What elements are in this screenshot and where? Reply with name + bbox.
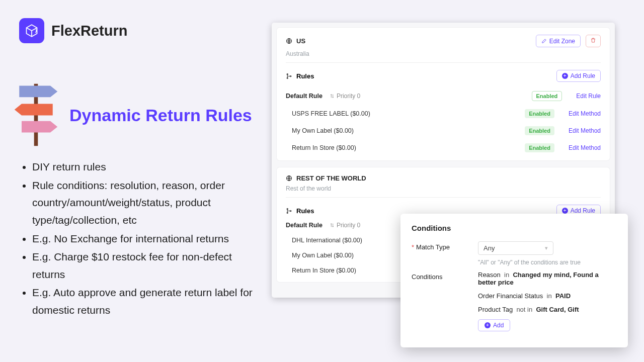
enabled-badge: Enabled: [532, 91, 562, 101]
match-type-value: Any: [484, 244, 495, 252]
zone-subtitle: Rest of the world: [286, 185, 601, 198]
zone-title: US: [296, 37, 305, 45]
rule-priority: Priority 0: [330, 222, 360, 229]
rule-method-label: Return In Store ($0.00): [292, 144, 356, 151]
branch-icon: [286, 73, 292, 79]
add-rule-label: Add Rule: [571, 72, 595, 79]
edit-rule-link[interactable]: Edit Rule: [576, 93, 601, 100]
popover-title: Conditions: [412, 224, 617, 232]
sort-icon: [330, 223, 335, 228]
condition-line: Product Tag not in Gift Card, Gift: [478, 306, 617, 313]
trash-icon: [590, 37, 596, 43]
default-rule-row: Default Rule Priority 0 Enabled Edit Rul…: [286, 87, 601, 105]
brand-name: FlexReturn: [51, 23, 127, 39]
rule-method-row: Return In Store ($0.00) Enabled Edit Met…: [286, 139, 601, 156]
plus-icon: +: [562, 208, 568, 214]
svg-point-10: [287, 212, 288, 213]
delete-zone-button[interactable]: [586, 35, 601, 47]
default-rule-label: Default Rule: [286, 93, 323, 100]
hero-bullet: E.g. Charge $10 restock fee for non-defe…: [32, 248, 264, 283]
rule-method-row: USPS FREE LABEL ($0.00) Enabled Edit Met…: [286, 105, 601, 122]
enabled-badge: Enabled: [525, 126, 554, 135]
add-condition-label: Add: [493, 322, 504, 329]
hero-bullet: DIY return rules: [32, 158, 264, 176]
hero-bullet: E.g. Auto approve and generate return la…: [32, 284, 264, 319]
conditions-label: Conditions: [412, 271, 478, 281]
rule-method-label: DHL International ($0.00): [292, 237, 362, 244]
hero: Dynamic Return Rules DIY return rules Ru…: [12, 80, 259, 125]
svg-marker-3: [22, 121, 57, 133]
rule-method-row: My Own Label ($0.00) Enabled Edit Method: [286, 122, 601, 139]
match-type-select[interactable]: Any ▾: [478, 241, 553, 255]
brand: FlexReturn: [19, 18, 127, 43]
add-rule-button[interactable]: + Add Rule: [556, 70, 601, 82]
hero-bullets: DIY return rules Rule conditions: resolu…: [32, 158, 264, 320]
condition-line: Reason in Changed my mind, Found a bette…: [478, 271, 617, 286]
app-logo: [19, 18, 44, 43]
globe-icon: [286, 38, 292, 44]
signpost-illustration: [12, 80, 60, 148]
add-condition-button[interactable]: + Add: [478, 319, 510, 331]
chevron-down-icon: ▾: [545, 245, 548, 251]
edit-method-link[interactable]: Edit Method: [569, 144, 601, 151]
zone-card-us: US Edit Zone Australia Rules + Add Rule: [277, 28, 610, 160]
zone-title: REST OF THE WORLD: [296, 174, 366, 182]
default-rule-label: Default Rule: [286, 222, 323, 229]
rule-method-label: USPS FREE LABEL ($0.00): [292, 110, 370, 117]
rule-method-label: My Own Label ($0.00): [292, 127, 354, 134]
edit-zone-label: Edit Zone: [549, 38, 575, 45]
svg-point-6: [287, 77, 288, 78]
globe-icon: [286, 175, 292, 182]
svg-marker-2: [15, 104, 53, 116]
hero-bullet: E.g. No Exchange for international retur…: [32, 230, 264, 248]
conditions-popover: Conditions *Match Type Any ▾ "All" or "A…: [400, 214, 628, 347]
enabled-badge: Enabled: [525, 143, 554, 152]
zone-subtitle: Australia: [286, 50, 601, 63]
rule-method-label: Return In Store ($0.00): [292, 267, 356, 274]
priority-text: Priority 0: [337, 222, 360, 229]
rule-method-label: My Own Label ($0.00): [292, 252, 354, 259]
svg-marker-1: [19, 86, 57, 98]
rule-priority: Priority 0: [330, 93, 360, 100]
edit-method-link[interactable]: Edit Method: [569, 110, 601, 117]
hero-title: Dynamic Return Rules: [69, 106, 259, 125]
pencil-icon: [541, 38, 547, 44]
plus-icon: +: [485, 322, 491, 328]
match-type-label: *Match Type: [412, 241, 478, 251]
sort-icon: [330, 94, 335, 99]
svg-point-7: [290, 75, 291, 76]
svg-point-5: [287, 73, 288, 74]
plus-icon: +: [562, 73, 568, 79]
edit-zone-button[interactable]: Edit Zone: [536, 35, 581, 47]
priority-text: Priority 0: [337, 93, 360, 100]
match-type-hint: "All" or "Any" of the conditions are tru…: [478, 259, 617, 266]
rules-heading: Rules: [296, 72, 314, 80]
hero-bullet: Rule conditions: resolution, reason, ord…: [32, 177, 264, 229]
condition-line: Order Financial Status in PAID: [478, 292, 617, 300]
edit-method-link[interactable]: Edit Method: [569, 127, 601, 134]
svg-point-11: [290, 210, 291, 211]
enabled-badge: Enabled: [525, 109, 554, 118]
add-rule-label: Add Rule: [571, 207, 595, 214]
branch-icon: [286, 208, 292, 214]
rules-heading: Rules: [296, 207, 314, 215]
svg-point-9: [287, 208, 288, 209]
